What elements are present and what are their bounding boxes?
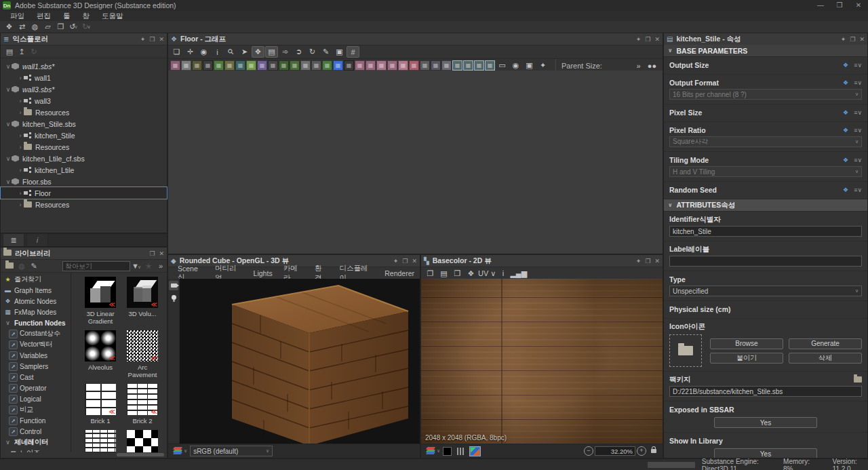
node-button-8[interactable]: ▦ bbox=[257, 60, 267, 71]
float-icon[interactable]: ❐ bbox=[149, 36, 155, 43]
graph-tool-7[interactable]: ▤ bbox=[265, 46, 278, 58]
graph-tool-2[interactable]: ◉ bbox=[197, 46, 210, 58]
graph-tool-6[interactable]: ❖ bbox=[252, 46, 264, 58]
close-icon[interactable]: ✕ bbox=[159, 250, 164, 257]
view2d-tool-1[interactable]: ▤ bbox=[437, 268, 450, 279]
thumbnail-Alveolus[interactable]: ≪Alveolus bbox=[81, 330, 120, 371]
view2d-viewport[interactable]: 2048 x 2048 (RGBA, 8bpc) bbox=[421, 279, 663, 444]
category-Vector-[interactable]: ➚Vector벡터 bbox=[1, 339, 71, 350]
graph-tool-4[interactable]: ⚲ bbox=[222, 43, 239, 60]
browse-button[interactable]: Browse bbox=[710, 338, 783, 349]
delete-button[interactable]: 삭제 bbox=[789, 353, 862, 364]
open-folder-icon[interactable]: ▱ bbox=[42, 22, 54, 32]
options-icon[interactable]: ≡∨ bbox=[854, 79, 862, 86]
tree-item-wall1[interactable]: ›wall1 bbox=[1, 72, 167, 83]
category-Function[interactable]: ➚Function bbox=[1, 415, 71, 426]
thumbnail-3D-Volu-[interactable]: ≪3D Volu... bbox=[123, 277, 162, 317]
undo-icon[interactable]: ↺∨ bbox=[68, 22, 79, 32]
graph-tool-10[interactable]: ↻ bbox=[306, 46, 319, 58]
category-Atomic-Nodes[interactable]: ❖Atomic Nodes bbox=[1, 296, 71, 307]
node-button-hl-0[interactable]: ▦ bbox=[452, 60, 462, 71]
zoom-level-input[interactable] bbox=[595, 446, 635, 456]
type-dropdown[interactable]: Unspecified∨ bbox=[669, 286, 862, 296]
maximize-button[interactable]: ❐ bbox=[830, 0, 849, 11]
caret-icon[interactable]: › bbox=[17, 201, 24, 208]
node-button-hl-1[interactable]: ▦ bbox=[463, 60, 473, 71]
new-library-icon[interactable] bbox=[3, 262, 16, 270]
tree-item-wall3-sbs-[interactable]: ∨wall3.sbs* bbox=[1, 83, 167, 95]
colorspace-layers-icon[interactable] bbox=[427, 447, 435, 455]
category--[interactable]: ★즐겨찾기 bbox=[1, 274, 71, 285]
light-icon[interactable] bbox=[169, 292, 178, 302]
node-button-13[interactable]: ▦ bbox=[311, 60, 321, 71]
graph-tool-11[interactable]: ✎ bbox=[319, 46, 332, 58]
thumbnail-checker[interactable]: ≪ bbox=[123, 430, 162, 452]
node-button-7[interactable]: ▦ bbox=[246, 60, 256, 71]
menu-파일[interactable]: 파일 bbox=[4, 12, 31, 21]
float-icon[interactable]: ❐ bbox=[645, 36, 650, 43]
expose-icon[interactable]: ❖ bbox=[843, 109, 848, 116]
more-chevron-icon[interactable]: » bbox=[632, 60, 645, 71]
menu-도움말[interactable]: 도움말 bbox=[96, 12, 130, 21]
options-icon[interactable]: ≡∨ bbox=[854, 109, 862, 116]
tree-item-Floor[interactable]: ›Floor bbox=[1, 187, 167, 199]
tree-item-kitchen_Stile-sbs[interactable]: ∨kitchen_Stile.sbs bbox=[1, 118, 167, 130]
close-icon[interactable]: ✕ bbox=[859, 36, 865, 43]
tree-item-kitchen_Ltile[interactable]: ›kitchen_Ltile bbox=[1, 164, 167, 176]
node-button-11[interactable]: ▦ bbox=[290, 60, 300, 71]
node-button-22[interactable]: ▦ bbox=[409, 60, 419, 71]
caret-icon[interactable]: › bbox=[17, 190, 24, 197]
pin-icon[interactable]: ✦ bbox=[841, 36, 846, 43]
caret-icon[interactable]: ∨ bbox=[5, 155, 12, 162]
generate-button[interactable]: Generate bbox=[789, 338, 862, 349]
node-button-2[interactable]: ▦ bbox=[192, 60, 202, 71]
category--[interactable]: ∨제네레이터 bbox=[1, 437, 71, 448]
more-icon[interactable]: » bbox=[155, 262, 167, 270]
horizontal-scrollbar[interactable] bbox=[117, 453, 164, 456]
graph-tool-5[interactable]: ➤ bbox=[238, 46, 251, 58]
node-button-24[interactable]: ▦ bbox=[431, 60, 441, 71]
category-Logical[interactable]: ➚Logical bbox=[1, 393, 71, 404]
graph-tool-8[interactable]: ➾ bbox=[279, 46, 292, 58]
graph-tool-1[interactable]: ✛ bbox=[184, 46, 197, 58]
tree-item-kitchen_Ltile_cf-sbs[interactable]: ∨kitchen_Ltile_cf.sbs bbox=[1, 153, 167, 164]
view2d-tool-3[interactable]: ❖ bbox=[465, 268, 477, 279]
search-input[interactable] bbox=[62, 261, 130, 271]
tree-item-wall1-sbs-[interactable]: ∨wall1.sbs* bbox=[1, 60, 167, 72]
category-FxMap-Nodes[interactable]: ▦FxMap Nodes bbox=[1, 307, 71, 317]
node-button-4[interactable]: ▦ bbox=[214, 60, 224, 71]
camera-icon[interactable] bbox=[169, 281, 178, 290]
tree-item-Resources[interactable]: ›Resources bbox=[1, 141, 167, 153]
node-button-hl-2[interactable]: ▦ bbox=[474, 60, 484, 71]
thumbnail-Arc-Pavement[interactable]: ≪Arc Pavement bbox=[123, 330, 162, 378]
options-icon[interactable]: ≡∨ bbox=[854, 62, 862, 68]
browse-assets-icon[interactable]: ◍ bbox=[29, 22, 41, 32]
caret-icon[interactable]: › bbox=[17, 75, 24, 81]
section-base-parameters[interactable]: ∨BASE PARAMETERS bbox=[664, 45, 867, 57]
edit-library-icon[interactable]: ✎ bbox=[28, 262, 40, 271]
menu-편집[interactable]: 편집 bbox=[31, 12, 57, 21]
view3d-menu-Lights[interactable]: Lights bbox=[248, 269, 278, 277]
graph-canvas[interactable] bbox=[168, 71, 663, 254]
zoom-out-icon[interactable]: − bbox=[584, 446, 593, 456]
tree-item-Floor-sbs[interactable]: ∨Floor.sbs bbox=[1, 176, 167, 187]
node-button-hl-3[interactable]: ▦ bbox=[485, 60, 495, 71]
thumbnail-brick3[interactable]: ≪ bbox=[81, 430, 120, 452]
category-Variables[interactable]: ➚Variables bbox=[1, 350, 71, 361]
options-icon[interactable]: ≡∨ bbox=[854, 127, 862, 134]
icon-drop-zone[interactable] bbox=[669, 334, 702, 367]
save-icon[interactable]: ❐ bbox=[55, 22, 66, 32]
category-Constant-[interactable]: ➚Constant상수 bbox=[1, 328, 71, 339]
category-Control[interactable]: ➚Control bbox=[1, 426, 71, 437]
close-icon[interactable]: ✕ bbox=[159, 36, 164, 43]
node-button-23[interactable]: ▦ bbox=[420, 60, 430, 71]
node-button-18[interactable]: ▦ bbox=[366, 60, 376, 71]
link-icon[interactable]: ⇄ bbox=[16, 22, 28, 32]
close-icon[interactable]: ✕ bbox=[654, 258, 660, 265]
channels-icon[interactable] bbox=[457, 448, 465, 455]
node-button-9[interactable]: ▦ bbox=[268, 60, 278, 71]
expose-icon[interactable]: ❖ bbox=[843, 157, 848, 163]
close-icon[interactable]: ✕ bbox=[412, 258, 417, 265]
node-button-25[interactable]: ▦ bbox=[441, 60, 452, 71]
node-button-21[interactable]: ▦ bbox=[398, 60, 408, 71]
